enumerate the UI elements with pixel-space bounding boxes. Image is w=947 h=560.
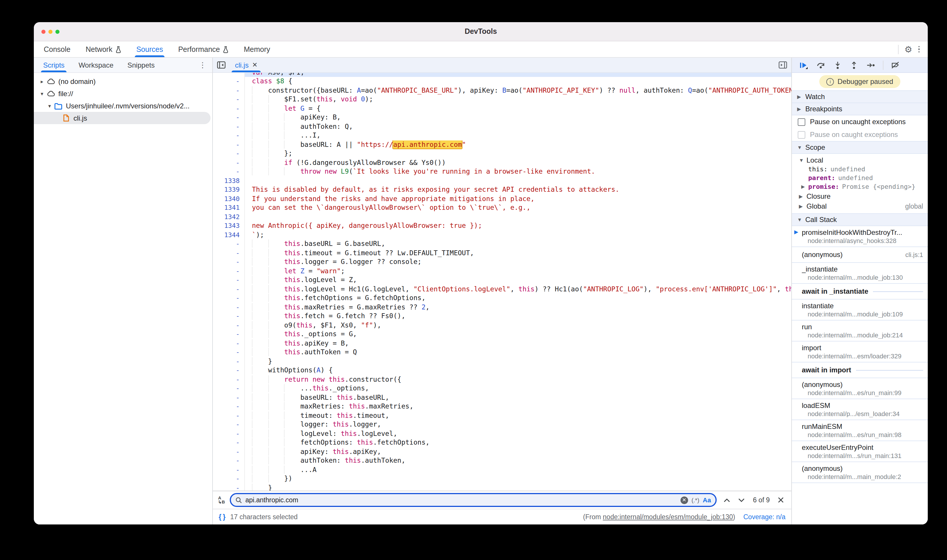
more-options-icon[interactable] bbox=[915, 46, 923, 53]
gutter-line-number[interactable]: - bbox=[213, 474, 245, 483]
pretty-print-icon[interactable]: { } bbox=[219, 513, 226, 521]
resume-script-button[interactable] bbox=[799, 61, 808, 69]
code-line-text[interactable]: if (!G.dangerouslyAllowBrowser && Ys0()) bbox=[245, 158, 791, 167]
match-case-toggle-icon[interactable]: Aa bbox=[703, 497, 711, 503]
gutter-line-number[interactable]: 1340 bbox=[213, 194, 245, 203]
gutter-line-number[interactable]: - bbox=[213, 330, 245, 339]
disclosure-collapsed-icon[interactable]: ▸ bbox=[39, 78, 45, 84]
code-line-text[interactable]: ...A bbox=[245, 465, 791, 474]
gutter-line-number[interactable]: - bbox=[213, 275, 245, 285]
code-line-text[interactable]: let Z = "warn"; bbox=[245, 266, 791, 275]
gutter-line-number[interactable]: - bbox=[213, 465, 245, 474]
stack-frame[interactable]: importnode:internal/m...esm/loader:329 bbox=[792, 342, 928, 363]
find-replace-toggle-icon[interactable]: A↳B bbox=[218, 495, 225, 505]
gutter-line-number[interactable]: - bbox=[213, 339, 245, 348]
tree-item-file-[interactable]: ▾file:// bbox=[34, 88, 212, 100]
code-line-text[interactable]: class $8 { bbox=[245, 77, 791, 86]
code-line-text[interactable]: This is disabled by default, as it risks… bbox=[245, 185, 791, 194]
stack-frame[interactable]: (anonymous)node:internal/m...es/run_main… bbox=[792, 378, 928, 399]
code-line-text[interactable]: this.fetchOptions = G.fetchOptions, bbox=[245, 294, 791, 303]
gutter-line-number[interactable]: 1342 bbox=[213, 212, 245, 222]
section-watch[interactable]: ▶Watch bbox=[792, 90, 928, 103]
coverage-link[interactable]: Coverage: n/a bbox=[743, 513, 786, 520]
gutter-line-number[interactable]: - bbox=[213, 140, 245, 149]
gutter-line-number[interactable]: - bbox=[213, 258, 245, 266]
gutter-line-number[interactable]: - bbox=[213, 321, 245, 330]
regex-toggle-icon[interactable]: (.*) bbox=[692, 497, 699, 503]
code-line-text[interactable]: baseURL: A || "https://api.anthropic.com… bbox=[245, 140, 791, 149]
disclosure-expanded-icon[interactable]: ▾ bbox=[46, 103, 53, 109]
scope-variable-parent[interactable]: parent:undefined bbox=[792, 174, 928, 182]
gutter-line-number[interactable]: - bbox=[213, 95, 245, 104]
gutter-line-number[interactable]: - bbox=[213, 303, 245, 312]
gutter-line-number[interactable]: 1341 bbox=[213, 203, 245, 212]
stack-frame[interactable]: runMainESMnode:internal/m...es/run_main:… bbox=[792, 420, 928, 441]
code-line-text[interactable]: apiKey: B, bbox=[245, 113, 791, 122]
tab-performance[interactable]: Performance bbox=[171, 42, 236, 57]
gutter-line-number[interactable]: - bbox=[213, 294, 245, 303]
minimize-window-button[interactable] bbox=[48, 29, 52, 34]
gutter-line-number[interactable]: - bbox=[213, 285, 245, 294]
editor-tab-cli-js[interactable]: cli.js ✕ bbox=[229, 58, 263, 72]
gutter-line-number[interactable]: - bbox=[213, 113, 245, 122]
scope-section-closure[interactable]: ▶Closure bbox=[792, 191, 928, 201]
search-input[interactable] bbox=[245, 497, 677, 503]
gutter-line-number[interactable]: 1339 bbox=[213, 185, 245, 194]
gutter-line-number[interactable]: - bbox=[213, 483, 245, 491]
code-line-text[interactable]: apiKey: this.apiKey, bbox=[245, 447, 791, 456]
navigator-tab-snippets[interactable]: Snippets bbox=[120, 58, 162, 72]
tab-network[interactable]: Network bbox=[78, 42, 129, 57]
code-line-text[interactable]: }; bbox=[245, 149, 791, 158]
gutter-line-number[interactable]: - bbox=[213, 266, 245, 275]
code-line-text[interactable]: $F1.set(this, void 0); bbox=[245, 95, 791, 104]
code-line-text[interactable]: new Anthropic({ apiKey, dangerouslyAllow… bbox=[245, 222, 791, 231]
gutter-line-number[interactable]: - bbox=[213, 149, 245, 158]
section-scope[interactable]: ▼Scope bbox=[792, 141, 928, 154]
stack-frame[interactable]: instantiatenode:internal/m...module_job:… bbox=[792, 300, 928, 320]
code-line-text[interactable]: this.fetch = G.fetch ?? Fs0(), bbox=[245, 312, 791, 321]
step-out-button[interactable] bbox=[850, 61, 858, 69]
gutter-line-number[interactable]: - bbox=[213, 158, 245, 167]
gutter-line-number[interactable]: - bbox=[213, 429, 245, 438]
tab-memory[interactable]: Memory bbox=[236, 42, 278, 57]
code-line-text[interactable]: you can set the \`dangerouslyAllowBrowse… bbox=[245, 203, 791, 212]
gutter-line-number[interactable]: - bbox=[213, 411, 245, 420]
step-button[interactable] bbox=[867, 62, 875, 68]
scope-section-local[interactable]: ▼Local bbox=[792, 155, 928, 165]
code-line-text[interactable]: constructor({baseURL: A=ao("ANTHROPIC_BA… bbox=[245, 86, 791, 95]
stack-frame[interactable]: _instantiatenode:internal/m...module_job… bbox=[792, 263, 928, 284]
toggle-debugger-sidebar-icon[interactable] bbox=[779, 61, 787, 69]
gutter-line-number[interactable]: - bbox=[213, 122, 245, 131]
stack-frame[interactable]: loadESMnode:internal/p.../esm_loader:34 bbox=[792, 399, 928, 420]
code-line-text[interactable]: `); bbox=[245, 231, 791, 240]
disclosure-expanded-icon[interactable]: ▾ bbox=[39, 91, 45, 97]
gutter-line-number[interactable]: - bbox=[213, 393, 245, 402]
clear-search-icon[interactable]: ✕ bbox=[680, 496, 688, 504]
code-line-text[interactable]: logLevel: this.logLevel, bbox=[245, 429, 791, 438]
code-line-text[interactable]: ...I, bbox=[245, 131, 791, 140]
tree-item-users-jinhuilee-nvm-versions-node-v2-[interactable]: ▾Users/jinhuilee/.nvm/versions/node/v2..… bbox=[34, 100, 212, 112]
stack-frame[interactable]: runnode:internal/m...module_job:214 bbox=[792, 320, 928, 342]
code-line-text[interactable]: this.baseURL = G.baseURL, bbox=[245, 240, 791, 249]
section-call-stack[interactable]: ▼Call Stack bbox=[792, 213, 928, 226]
code-line-text[interactable]: throw new L9(`It looks like you're runni… bbox=[245, 167, 791, 176]
gutter-line-number[interactable]: - bbox=[213, 240, 245, 249]
code-line-text[interactable]: timeout: this.timeout, bbox=[245, 411, 791, 420]
gutter-line-number[interactable]: - bbox=[213, 312, 245, 321]
navigator-more-icon[interactable]: ⋮ bbox=[193, 58, 212, 72]
tree-item--no-domain-[interactable]: ▸(no domain) bbox=[34, 75, 212, 88]
gutter-line-number[interactable]: - bbox=[213, 420, 245, 429]
gutter-line-number[interactable]: - bbox=[213, 86, 245, 95]
code-line-text[interactable]: withOptions(A) { bbox=[245, 366, 791, 375]
code-line-text[interactable]: this.timeout = G.timeout ?? Lw.DEFAULT_T… bbox=[245, 249, 791, 258]
code-line-text[interactable]: }) bbox=[245, 474, 791, 483]
gutter-line-number[interactable]: - bbox=[213, 249, 245, 258]
code-line-text[interactable]: let G = { bbox=[245, 104, 791, 113]
maximize-window-button[interactable] bbox=[56, 29, 60, 34]
gutter-line-number[interactable]: - bbox=[213, 456, 245, 465]
gutter-line-number[interactable]: - bbox=[213, 447, 245, 456]
previous-match-icon[interactable] bbox=[724, 498, 730, 502]
code-line-text[interactable]: logger: this.logger, bbox=[245, 420, 791, 429]
gutter-line-number[interactable]: - bbox=[213, 348, 245, 357]
gutter-line-number[interactable]: - bbox=[213, 366, 245, 375]
